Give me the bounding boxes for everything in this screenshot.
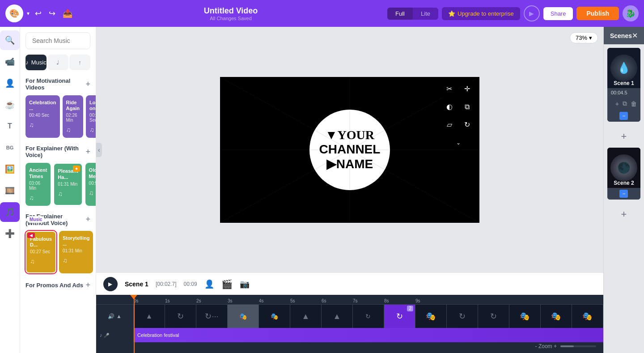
sidebar-search-button[interactable]: 🔍 bbox=[0, 30, 20, 50]
zoom-value: 73% bbox=[576, 34, 587, 41]
sidebar-add-button[interactable]: ➕ bbox=[0, 224, 20, 243]
mute-button[interactable]: 🔊 bbox=[108, 313, 114, 319]
play-pause-button[interactable]: ▶ bbox=[103, 277, 118, 291]
redo-button[interactable]: ↪ bbox=[47, 7, 57, 20]
more-tools-button[interactable]: ⌄ bbox=[454, 135, 463, 150]
full-mode-button[interactable]: Full bbox=[387, 8, 413, 20]
scenes-close-button[interactable]: ✕ bbox=[632, 31, 638, 40]
canvas-area: 73% ▾ ‹ ▼YOUR CHANNEL ▶NAME bbox=[96, 27, 603, 272]
ruler-3s: 3s bbox=[228, 298, 259, 303]
card-time: 02:26 Min bbox=[66, 113, 80, 123]
card-time: 03:06 Min bbox=[29, 181, 47, 191]
share-button[interactable]: Share bbox=[543, 7, 573, 20]
music-card-ancient[interactable]: Ancient Times 03:06 Min ♫ bbox=[25, 163, 51, 205]
track-cell-6: ▲ bbox=[322, 305, 353, 328]
scene-1-add-icon[interactable]: + bbox=[614, 99, 620, 108]
video-clip-button[interactable]: 🎬 bbox=[221, 279, 233, 289]
move-tool-button[interactable]: ✛ bbox=[460, 81, 475, 97]
scenes-body: 💧 Scene 1 00:04.5 + ⧉ 🗑 − + bbox=[604, 44, 644, 353]
avatar: 🐉 bbox=[623, 5, 639, 21]
sidebar-image-button[interactable]: 🖼️ bbox=[0, 159, 20, 179]
sidebar-brand-button[interactable]: ☕ bbox=[0, 95, 20, 115]
tab-music[interactable]: ♪ Music bbox=[25, 55, 47, 70]
publish-button[interactable]: Publish bbox=[576, 7, 619, 20]
undo-button[interactable]: ↩ bbox=[33, 7, 43, 20]
music-grid-motivational: Celebration ... 00:40 Sec ♫ Ride Again 0… bbox=[25, 95, 90, 138]
music-card-fabulous[interactable]: ◀ Fabulous D... 00:27 Sec ♫ bbox=[25, 231, 56, 273]
music-play-icon: ♫ bbox=[89, 189, 96, 196]
track-cell-4: 🎭 bbox=[259, 305, 290, 328]
card-time: 00:40 Sec bbox=[29, 113, 56, 118]
section-add-promos-button[interactable]: + bbox=[85, 281, 90, 290]
zoom-bottom-control: - Zoom + bbox=[535, 343, 596, 349]
ruler-8s: 8s bbox=[384, 298, 415, 303]
upgrade-label: Upgrade to enterprise bbox=[458, 10, 514, 17]
share-media-button[interactable]: 📤 bbox=[61, 7, 74, 20]
tab-upload[interactable]: ↑ bbox=[69, 55, 90, 70]
header: 🎨 ▾ ↩ ↪ 📤 Untitled Video All Changes Sav… bbox=[0, 0, 644, 27]
music-grid-explainer-voice: Ancient Times 03:06 Min ♫ ★ Pleasant Ha.… bbox=[25, 163, 90, 205]
sidebar-scene-button[interactable]: 🎞️ bbox=[0, 181, 20, 200]
track-cell-10: ↻ bbox=[478, 305, 509, 328]
track-cell-purple: 2 ↻ bbox=[384, 305, 415, 328]
sidebar-text-button[interactable]: T bbox=[0, 116, 20, 136]
sidebar-avatar-button[interactable]: 👤 bbox=[0, 73, 20, 93]
tab-sfx[interactable]: ♩ bbox=[47, 55, 68, 70]
preview-play-button[interactable]: ▶ bbox=[524, 5, 540, 21]
video-canvas: ▼YOUR CHANNEL ▶NAME ✂ ✛ ◐ ⧉ bbox=[220, 77, 479, 223]
active-badge: ◀ bbox=[27, 233, 35, 238]
crop-tool-button[interactable]: ▱ bbox=[442, 117, 457, 132]
contrast-tool-button[interactable]: ◐ bbox=[442, 99, 457, 115]
zoom-slider-track[interactable] bbox=[560, 345, 596, 347]
scene-card-1[interactable]: 💧 Scene 1 00:04.5 + ⧉ 🗑 − bbox=[607, 48, 640, 122]
scene-1-controls: + ⧉ 🗑 bbox=[607, 97, 640, 110]
music-card-storytelling[interactable]: Storytelling ... 01:31 Min ♫ bbox=[59, 231, 93, 273]
sidebar-music-button[interactable]: 🎵 Music bbox=[0, 202, 20, 222]
playhead[interactable] bbox=[134, 295, 135, 353]
music-play-icon: ♫ bbox=[29, 121, 56, 128]
section-add-motivational-button[interactable]: + bbox=[85, 80, 90, 89]
zoom-control[interactable]: 73% ▾ bbox=[570, 32, 598, 43]
sidebar-bg-button[interactable]: BG bbox=[0, 138, 20, 157]
mic-icon: 🎤 bbox=[104, 333, 109, 338]
search-input[interactable] bbox=[25, 32, 90, 49]
scene-1-minus-button[interactable]: − bbox=[619, 112, 628, 120]
upload-icon: ↑ bbox=[78, 59, 81, 66]
spin-icon: ↻ bbox=[177, 311, 184, 321]
replace-tool-button[interactable]: ⧉ bbox=[460, 99, 475, 115]
sfx-icon: ♩ bbox=[56, 59, 59, 66]
music-note-track-icon: ♪ bbox=[100, 332, 102, 338]
scissors-tool-button[interactable]: ✂ bbox=[442, 81, 457, 97]
music-card-ride-again[interactable]: Ride Again 02:26 Min ♫ bbox=[63, 95, 84, 138]
track-cell-0: ▲ bbox=[134, 305, 165, 328]
scene-1-delete-icon[interactable]: 🗑 bbox=[630, 99, 638, 108]
scene-1-thumb-image: 💧 bbox=[610, 55, 637, 81]
scenes-title: Scenes bbox=[610, 32, 632, 39]
sidebar-media-button[interactable]: 📹 bbox=[0, 52, 20, 72]
scene-card-2[interactable]: 🌑 Scene 2 − bbox=[607, 148, 640, 200]
rotate-tool-button[interactable]: ↻ bbox=[460, 117, 475, 132]
add-scene-end-button[interactable]: + bbox=[618, 205, 631, 224]
add-scene-button[interactable]: + bbox=[618, 127, 631, 146]
music-track-bar[interactable]: Celebration festival bbox=[134, 328, 603, 342]
collapse-panel-button[interactable]: ‹ bbox=[96, 143, 102, 157]
track-cell-2: ↻··· bbox=[196, 305, 228, 328]
section-add-explainer-voice-button[interactable]: + bbox=[85, 147, 90, 157]
music-card-celebration[interactable]: Celebration ... 00:40 Sec ♫ bbox=[25, 95, 60, 138]
music-play-icon: ♫ bbox=[89, 126, 96, 133]
cell-icon: ▲ bbox=[146, 312, 153, 320]
scene-1-time: 00:04.5 bbox=[607, 88, 640, 97]
music-card-looking-on[interactable]: Looking on ... 00:55 Sec ♫ bbox=[86, 95, 96, 138]
scene-1-copy-icon[interactable]: ⧉ bbox=[622, 99, 628, 108]
avatar-timeline-button[interactable]: 👤 bbox=[204, 279, 214, 289]
section-add-explainer-novoice-button[interactable]: + bbox=[85, 215, 90, 224]
upgrade-button[interactable]: ⭐ Upgrade to enterprise bbox=[442, 7, 520, 20]
lite-mode-button[interactable]: Lite bbox=[413, 8, 438, 20]
music-card-pleasant[interactable]: ★ Pleasant Ha... 01:31 Min ♫ bbox=[53, 163, 82, 205]
timeline-track: 🔊 ▲ ▲ ↻ ↻··· 🎭 🎭 ▲ ▲ ↻ 2 ↻ 🎭 bbox=[96, 305, 603, 328]
header-chevron-icon[interactable]: ▾ bbox=[27, 10, 30, 17]
camera-button[interactable]: 📷 bbox=[240, 279, 250, 289]
scene-2-minus-button[interactable]: − bbox=[619, 190, 628, 198]
music-card-old-memories[interactable]: Old Memories 00:59 Sec ♫ bbox=[85, 163, 96, 205]
ruler-0s: 0s bbox=[134, 298, 165, 303]
